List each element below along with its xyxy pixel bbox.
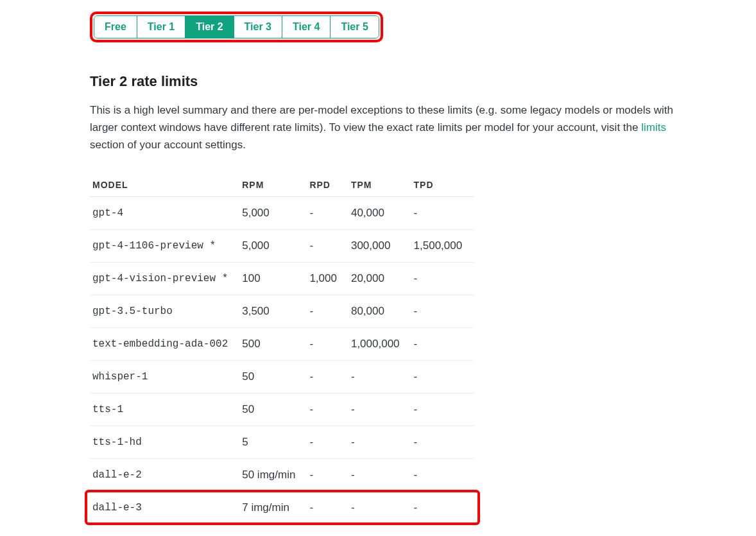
cell-model: text-embedding-ada-002 bbox=[90, 327, 239, 360]
column-header: RPM bbox=[239, 173, 307, 197]
cell-tpd: - bbox=[411, 491, 474, 524]
cell-rpd: - bbox=[307, 327, 348, 360]
column-header: TPM bbox=[348, 173, 411, 197]
cell-tpm: 1,000,000 bbox=[348, 327, 411, 360]
cell-model: tts-1 bbox=[90, 393, 239, 426]
cell-tpd: - bbox=[411, 458, 474, 491]
cell-tpm: - bbox=[348, 491, 411, 524]
table-row: tts-150--- bbox=[90, 393, 474, 426]
cell-rpd: 1,000 bbox=[307, 262, 348, 295]
cell-rpd: - bbox=[307, 196, 348, 229]
cell-tpd: - bbox=[411, 295, 474, 327]
cell-rpm: 5 bbox=[239, 426, 307, 458]
cell-model: dall-e-2 bbox=[90, 458, 239, 491]
cell-rpd: - bbox=[307, 426, 348, 458]
cell-tpd: 1,500,000 bbox=[411, 229, 474, 262]
cell-rpm: 100 bbox=[239, 262, 307, 295]
table-row: tts-1-hd5--- bbox=[90, 426, 474, 458]
cell-rpd: - bbox=[307, 360, 348, 393]
cell-rpm: 500 bbox=[239, 327, 307, 360]
cell-model: dall-e-3 bbox=[90, 491, 239, 524]
cell-rpd: - bbox=[307, 491, 348, 524]
cell-model: gpt-3.5-turbo bbox=[90, 295, 239, 327]
description: This is a high level summary and there a… bbox=[90, 101, 687, 154]
cell-rpm: 3,500 bbox=[239, 295, 307, 327]
table-row: dall-e-250 img/min--- bbox=[90, 458, 474, 491]
rate-limits-table: MODELRPMRPDTPMTPD gpt-45,000-40,000-gpt-… bbox=[90, 173, 474, 524]
cell-tpm: - bbox=[348, 393, 411, 426]
cell-tpm: 40,000 bbox=[348, 196, 411, 229]
table-row: gpt-45,000-40,000- bbox=[90, 196, 474, 229]
cell-tpd: - bbox=[411, 196, 474, 229]
cell-model: tts-1-hd bbox=[90, 426, 239, 458]
cell-tpm: - bbox=[348, 458, 411, 491]
cell-tpd: - bbox=[411, 360, 474, 393]
column-header: TPD bbox=[411, 173, 474, 197]
tier-tabs-highlight: FreeTier 1Tier 2Tier 3Tier 4Tier 5 bbox=[90, 12, 383, 42]
cell-model: gpt-4-vision-preview * bbox=[90, 262, 239, 295]
cell-rpm: 50 bbox=[239, 393, 307, 426]
cell-tpd: - bbox=[411, 327, 474, 360]
cell-rpd: - bbox=[307, 229, 348, 262]
cell-tpd: - bbox=[411, 393, 474, 426]
cell-rpd: - bbox=[307, 458, 348, 491]
cell-rpd: - bbox=[307, 393, 348, 426]
cell-model: gpt-4-1106-preview * bbox=[90, 229, 239, 262]
table-row: text-embedding-ada-002500-1,000,000- bbox=[90, 327, 474, 360]
cell-rpm: 7 img/min bbox=[239, 491, 307, 524]
rate-limits-table-wrap: MODELRPMRPDTPMTPD gpt-45,000-40,000-gpt-… bbox=[90, 173, 474, 524]
table-row: gpt-4-vision-preview *1001,00020,000- bbox=[90, 262, 474, 295]
cell-tpm: 80,000 bbox=[348, 295, 411, 327]
tab-tier-1[interactable]: Tier 1 bbox=[137, 16, 185, 38]
tab-tier-3[interactable]: Tier 3 bbox=[234, 16, 282, 38]
cell-rpd: - bbox=[307, 295, 348, 327]
tab-tier-5[interactable]: Tier 5 bbox=[331, 16, 378, 38]
cell-rpm: 5,000 bbox=[239, 196, 307, 229]
cell-rpm: 50 img/min bbox=[239, 458, 307, 491]
column-header: MODEL bbox=[90, 173, 239, 197]
table-row: dall-e-37 img/min--- bbox=[90, 491, 474, 524]
cell-tpm: - bbox=[348, 360, 411, 393]
description-post: section of your account settings. bbox=[90, 139, 246, 151]
cell-tpm: 300,000 bbox=[348, 229, 411, 262]
column-header: RPD bbox=[307, 173, 348, 197]
cell-tpm: 20,000 bbox=[348, 262, 411, 295]
tab-free[interactable]: Free bbox=[94, 16, 137, 38]
limits-link[interactable]: limits bbox=[641, 121, 666, 134]
table-row: whisper-150--- bbox=[90, 360, 474, 393]
tier-tabs: FreeTier 1Tier 2Tier 3Tier 4Tier 5 bbox=[94, 15, 379, 39]
tab-tier-4[interactable]: Tier 4 bbox=[282, 16, 331, 38]
table-row: gpt-4-1106-preview *5,000-300,0001,500,0… bbox=[90, 229, 474, 262]
description-pre: This is a high level summary and there a… bbox=[90, 104, 673, 134]
cell-tpd: - bbox=[411, 262, 474, 295]
cell-model: gpt-4 bbox=[90, 196, 239, 229]
table-row: gpt-3.5-turbo3,500-80,000- bbox=[90, 295, 474, 327]
page-title: Tier 2 rate limits bbox=[90, 73, 756, 90]
tab-tier-2[interactable]: Tier 2 bbox=[185, 16, 234, 38]
cell-model: whisper-1 bbox=[90, 360, 239, 393]
cell-rpm: 50 bbox=[239, 360, 307, 393]
cell-rpm: 5,000 bbox=[239, 229, 307, 262]
cell-tpd: - bbox=[411, 426, 474, 458]
cell-tpm: - bbox=[348, 426, 411, 458]
